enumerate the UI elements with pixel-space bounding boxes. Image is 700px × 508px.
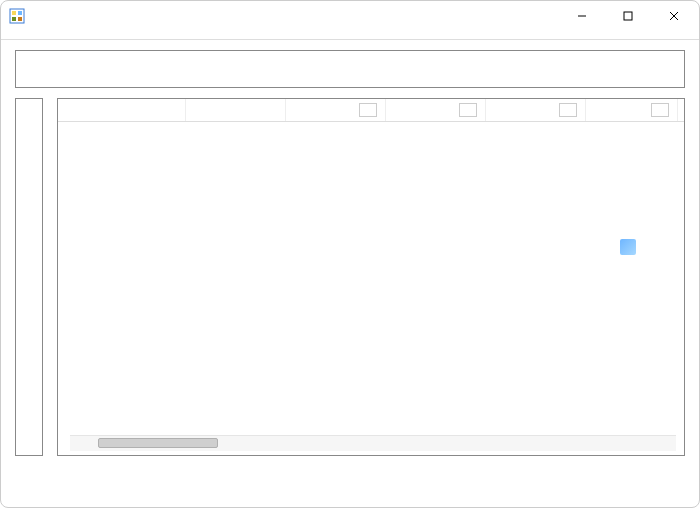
menubar — [1, 31, 699, 39]
col-modified-header[interactable] — [486, 99, 586, 121]
svg-rect-3 — [12, 17, 16, 21]
top-stackbar — [15, 50, 685, 88]
svg-rect-4 — [18, 17, 22, 21]
maximize-button[interactable] — [605, 1, 651, 31]
titlebar — [1, 1, 699, 31]
svg-rect-1 — [12, 11, 16, 15]
col-standby-header[interactable] — [386, 99, 486, 121]
svg-rect-6 — [624, 12, 632, 20]
app-icon — [9, 8, 25, 24]
col-usage-header[interactable] — [58, 99, 186, 121]
horizontal-scrollbar[interactable] — [70, 435, 676, 451]
standby-swatch-icon — [459, 103, 477, 117]
active-swatch-icon — [359, 103, 377, 117]
minimize-button[interactable] — [559, 1, 605, 31]
modified-swatch-icon — [559, 103, 577, 117]
col-active-header[interactable] — [286, 99, 386, 121]
col-total-header[interactable] — [186, 99, 286, 121]
side-stackbar — [15, 98, 43, 456]
scrollbar-thumb[interactable] — [98, 438, 218, 448]
col-modified2-header[interactable] — [586, 99, 678, 121]
usage-table — [57, 98, 685, 456]
modified2-swatch-icon — [651, 103, 669, 117]
svg-rect-2 — [18, 11, 22, 15]
close-button[interactable] — [651, 1, 697, 31]
